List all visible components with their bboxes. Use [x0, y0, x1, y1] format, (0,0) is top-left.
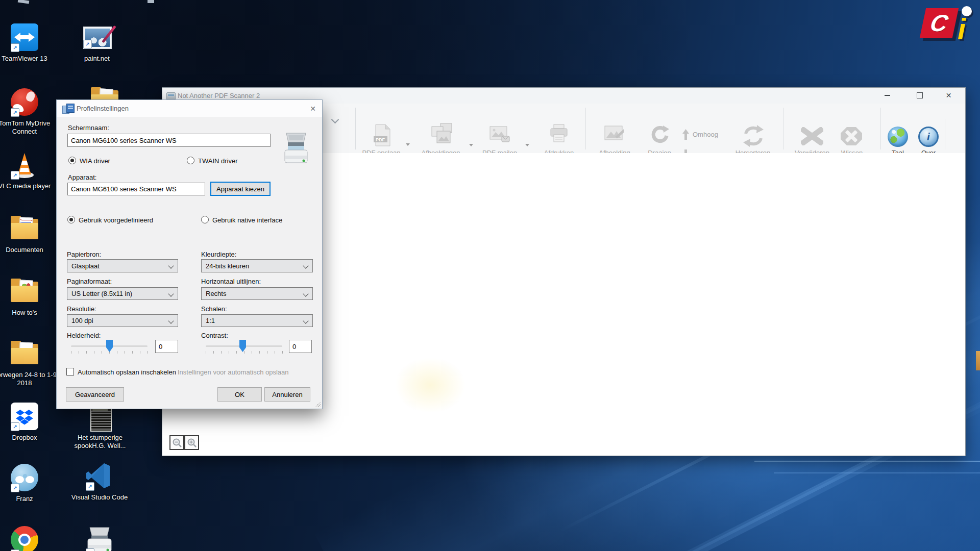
dropdown-arrow-icon[interactable] — [525, 144, 529, 146]
print-icon — [550, 124, 568, 143]
uitlijnen-select[interactable]: Rechts — [201, 287, 313, 300]
save-images-icon — [431, 123, 453, 145]
wia-driver-radio[interactable] — [68, 157, 76, 164]
dropdown-arrow-icon[interactable] — [406, 143, 410, 146]
shortcut-arrow-icon: ↗ — [86, 548, 94, 551]
howtos-folder-icon — [10, 277, 39, 307]
up-arrow-icon — [682, 129, 689, 140]
annuleren-button[interactable]: Annuleren — [264, 387, 310, 402]
pdf-save-icon: PDF — [374, 124, 391, 146]
desktop-icon-label: TeamViewer 13 — [0, 55, 58, 63]
vscode-icon: ↗ — [85, 462, 114, 491]
toolbar-separator — [585, 108, 586, 149]
toolbar-separator — [783, 108, 783, 149]
zoom-in-button[interactable] — [184, 435, 199, 450]
desktop-icon-vscode[interactable]: ↗ Visual Studio Code — [66, 462, 133, 502]
native-interface-radio[interactable] — [201, 216, 209, 223]
voorgedefinieerd-label: Gebruik voorgedefinieerd — [79, 216, 153, 224]
close-button[interactable]: ✕ — [937, 88, 960, 103]
desktop-icon-vlc[interactable]: ↗ VLC media player — [0, 151, 58, 190]
desktop-icon-label: Visual Studio Code — [66, 493, 133, 502]
desktop-icon-label: Documenten — [0, 246, 58, 254]
contrast-slider-ticks — [206, 351, 283, 354]
helderheid-slider-thumb[interactable] — [106, 340, 113, 352]
minimize-button[interactable] — [876, 88, 899, 103]
ok-button[interactable]: OK — [217, 387, 262, 402]
resolutie-select[interactable]: 100 dpi — [67, 314, 178, 327]
toolbar-separator — [945, 119, 945, 149]
top-edge-fragment — [148, 0, 154, 3]
resize-grip[interactable] — [315, 402, 321, 407]
kleurdiepte-label: Kleurdiepte: — [201, 251, 236, 258]
wallpaper-streak — [774, 472, 980, 473]
helderheid-value-input[interactable]: 0 — [155, 340, 178, 353]
helderheid-label: Helderheid: — [67, 332, 101, 339]
uitlijnen-label: Horizontaal uitlijnen: — [201, 278, 261, 285]
desktop-icon-label: Norwegen 24-8 to 1-9 2018 — [0, 371, 58, 387]
apparaat-input[interactable] — [67, 183, 205, 195]
autosave-settings-link[interactable]: Instellingen voor automatisch opslaan — [178, 368, 289, 376]
dialog-close-button[interactable]: ✕ — [307, 104, 318, 114]
desktop-icon-norwegen[interactable]: Norwegen 24-8 to 1-9 2018 — [0, 339, 58, 387]
dropdown-arrow-icon[interactable] — [469, 144, 473, 146]
desktop-icon-spook-book[interactable]: Het stumperige spookH.G. Well... — [67, 402, 133, 450]
twain-driver-radio[interactable] — [187, 157, 194, 164]
voorgedefinieerd-radio[interactable] — [67, 216, 75, 223]
desktop-icon-label: Dropbox — [0, 434, 58, 442]
contrast-value-input[interactable]: 0 — [289, 340, 312, 353]
maximize-button[interactable] — [908, 88, 931, 103]
desktop-icon-label: VLC media player — [0, 182, 58, 190]
desktop-icon-paintnet[interactable]: ↗ paint.net — [64, 23, 130, 63]
shortcut-arrow-icon: ↗ — [11, 43, 19, 52]
profile-settings-dialog: Profielinstellingen ✕ Schermnaam: WIA dr… — [56, 99, 323, 409]
resolutie-label: Resolutie: — [67, 305, 96, 313]
shortcut-arrow-icon: ↗ — [11, 108, 19, 117]
dropbox-icon: ↗ — [10, 402, 39, 432]
desktop-icon-dropbox[interactable]: ↗ Dropbox — [0, 402, 58, 442]
autosave-checkbox[interactable] — [66, 368, 74, 375]
geavanceerd-button[interactable]: Geavanceerd — [66, 387, 124, 402]
desktop-icon-howtos[interactable]: How to's — [0, 277, 58, 317]
desktop-icon-chrome[interactable]: ↗ — [0, 525, 58, 551]
contrast-label: Contrast: — [201, 332, 228, 339]
minimize-icon — [885, 95, 890, 96]
logo-letter-i: i — [958, 14, 966, 44]
mail-pdf-icon — [489, 126, 510, 143]
schalen-select[interactable]: 1:1 — [201, 314, 313, 327]
rotate-icon — [650, 126, 669, 144]
shortcut-arrow-icon: ↗ — [11, 484, 19, 492]
schermnaam-input[interactable] — [67, 134, 271, 147]
kleurdiepte-select[interactable]: 24-bits kleuren — [201, 259, 313, 272]
clear-icon — [840, 127, 863, 146]
schermnaam-label: Schermnaam: — [68, 124, 109, 132]
dialog-title: Profielinstellingen — [77, 105, 129, 112]
apparaat-kiezen-button[interactable]: Apparaat kiezen — [210, 182, 271, 196]
toolbar-separator — [355, 108, 356, 149]
right-edge-fragment — [976, 351, 980, 370]
chrome-icon: ↗ — [10, 525, 39, 551]
profile-icon — [62, 104, 76, 113]
desktop-icon-label: paint.net — [64, 55, 130, 63]
desktop-icon-franz[interactable]: ↗ Franz — [0, 463, 58, 503]
maximize-icon — [917, 92, 923, 98]
delete-icon — [801, 127, 823, 145]
apparaat-label: Apparaat: — [68, 173, 96, 181]
close-icon: ✕ — [310, 105, 316, 113]
logo-c-tile: C — [920, 8, 959, 38]
contrast-slider-thumb[interactable] — [239, 340, 246, 352]
dialog-titlebar[interactable]: Profielinstellingen ✕ — [57, 100, 322, 117]
papierbron-select[interactable]: Glasplaat — [67, 259, 178, 272]
zoom-out-button[interactable] — [169, 435, 184, 450]
chevron-down-icon — [331, 116, 339, 124]
paginaformaat-select[interactable]: US Letter (8.5x11 in) — [67, 287, 178, 300]
twain-driver-label: TWAIN driver — [198, 157, 238, 165]
desktop-icon-tomtom[interactable]: ↗ TomTom MyDrive Connect — [0, 88, 58, 136]
desktop-icon-scanner-app[interactable]: ↗ — [66, 524, 133, 551]
logo-letter-c: C — [928, 11, 950, 35]
shortcut-arrow-icon: ↗ — [11, 422, 19, 431]
native-interface-label: Gebruik native interface — [212, 216, 282, 224]
desktop-icon-teamviewer[interactable]: ↗ TeamViewer 13 — [0, 23, 58, 63]
paginaformaat-label: Paginaformaat: — [67, 278, 112, 285]
desktop-icon-label: Het stumperige spookH.G. Well... — [67, 434, 133, 450]
desktop-icon-documenten[interactable]: Documenten — [0, 214, 58, 254]
